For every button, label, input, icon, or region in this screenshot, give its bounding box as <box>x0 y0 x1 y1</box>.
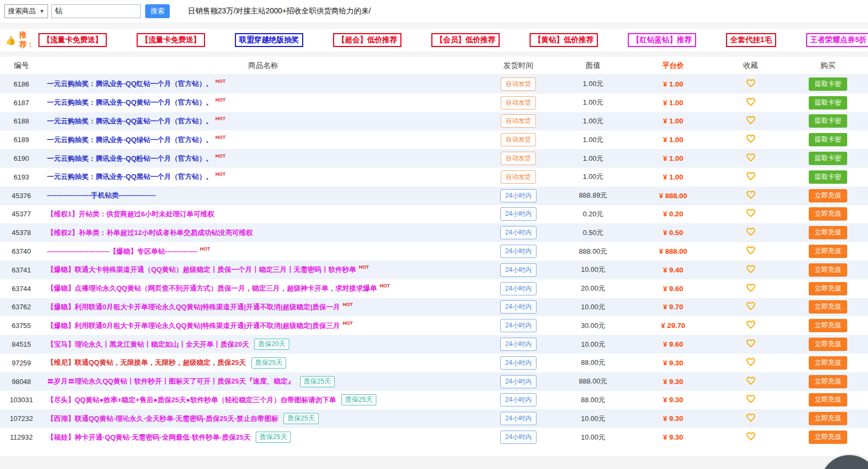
recommend-link[interactable]: 【流量卡免费送】 <box>38 33 107 47</box>
buy-button[interactable]: 立即充值 <box>809 431 847 444</box>
buy-button[interactable]: 提取卡密 <box>809 152 847 165</box>
favorite-heart-icon[interactable] <box>746 79 756 88</box>
recommend-link[interactable]: 【超会】低价推荐 <box>333 33 401 47</box>
product-name-link[interactable]: ---------------------------【爆稳】专区单钻-----… <box>47 247 198 256</box>
buy-button[interactable]: 立即充值 <box>809 393 847 407</box>
product-name-cell: 【爆稳】利用联通0月租大卡开单理论永久QQ黄钻|特殊渠道开通|开通不取消|超级稳… <box>43 302 484 312</box>
buy-button[interactable]: 立即充值 <box>809 356 847 370</box>
face-value: 1.00元 <box>553 79 633 89</box>
delivery-time-badge: 24小时内 <box>500 375 536 388</box>
favorite-heart-icon[interactable] <box>746 320 756 330</box>
favorite-heart-icon[interactable] <box>746 264 756 274</box>
search-button[interactable]: 搜索 <box>145 4 170 18</box>
delivery-time-badge: 自动发货 <box>501 133 536 146</box>
buy-button[interactable]: 提取卡密 <box>809 133 847 146</box>
recommend-link[interactable]: 王者荣耀点券5折 <box>806 33 868 47</box>
recommend-link[interactable]: 【红钻蓝钻】推荐 <box>628 33 696 47</box>
favorite-heart-icon[interactable] <box>746 227 756 237</box>
recommend-label: 推荐： <box>19 30 34 50</box>
face-value: 10.00元 <box>553 302 633 312</box>
buy-button[interactable]: 提取卡密 <box>809 170 847 184</box>
product-name-link[interactable]: 【爆稳】点播理论永久QQ黄钻（网页查不到开通方式）质保一月，稳定三月，超级神卡开… <box>47 284 377 293</box>
product-name-link[interactable]: 【维权2】补单类：补单超过12小时或者补单交易成功钻没亮可维权 <box>47 228 253 238</box>
platform-price: ¥ 0.20 <box>633 210 713 218</box>
favorite-heart-icon[interactable] <box>746 394 756 404</box>
floating-widget[interactable] <box>820 455 868 469</box>
search-input[interactable] <box>51 4 141 18</box>
buy-button[interactable]: 立即充值 <box>809 263 847 277</box>
buy-button[interactable]: 立即充值 <box>809 412 847 425</box>
face-value: 888.00元 <box>553 247 633 256</box>
recommend-link[interactable]: 联盟穿越绝版抽奖 <box>235 33 303 47</box>
recommend-link[interactable]: 全套代挂1毛 <box>726 33 776 47</box>
product-name-link[interactable]: 【尽头】QQ黄钻●效率+稳定+售后●质保25天●软件秒单（轻松稳定三个月）自带图… <box>47 395 336 405</box>
favorite-heart-icon[interactable] <box>746 115 756 125</box>
table-row: 6188一元云购抽奖：腾讯业务-QQ蓝钻一个月（官方钻）。HOT自动发货1.00… <box>0 112 868 131</box>
favorite-heart-icon[interactable] <box>746 208 756 218</box>
favorite-cell <box>713 264 788 276</box>
product-name-link[interactable]: 一元云购抽奖：腾讯业务-QQ黄钻一个月（官方钻）。 <box>47 98 213 107</box>
product-name-link[interactable]: 【福娃】神卡开通·QQ黄钻·无需密码·全网最低·软件秒单·质保25天 <box>47 433 250 442</box>
favorite-heart-icon[interactable] <box>746 171 756 181</box>
favorite-heart-icon[interactable] <box>746 246 756 255</box>
favorite-heart-icon[interactable] <box>746 357 756 367</box>
buy-button[interactable]: 立即充值 <box>809 338 847 351</box>
warranty-badge: 质保20天 <box>254 339 289 350</box>
buy-button[interactable]: 提取卡密 <box>809 77 847 91</box>
buy-button[interactable]: 提取卡密 <box>809 96 847 110</box>
product-name-link[interactable]: 〓岁月〓理论永久QQ黄钻丨软件秒开丨图标灭了可开丨质保25天『速度、稳定』 <box>47 377 295 386</box>
delivery-cell: 24小时内 <box>484 338 553 351</box>
favorite-heart-icon[interactable] <box>746 376 756 386</box>
product-name-link[interactable]: 【维权1】开钻类：供货商超过6小时未处理订单可维权 <box>47 209 214 219</box>
favorite-heart-icon[interactable] <box>746 190 756 200</box>
favorite-heart-icon[interactable] <box>746 301 756 311</box>
table-row: 45377【维权1】开钻类：供货商超过6小时未处理订单可维权24小时内0.20元… <box>0 205 868 224</box>
favorite-heart-icon[interactable] <box>746 97 756 107</box>
favorite-heart-icon[interactable] <box>746 134 756 144</box>
favorite-heart-icon[interactable] <box>746 153 756 162</box>
recommend-link[interactable]: 【流量卡免费送】 <box>137 33 205 47</box>
product-name-link[interactable]: 一元云购抽奖：腾讯业务-QQ绿钻一个月（官方钻）。 <box>47 135 213 145</box>
delivery-cell: 24小时内 <box>484 375 553 388</box>
favorite-cell <box>713 394 788 405</box>
product-name-link[interactable]: 【维尼】联通QQ黄钻，无限接单，无限秒，超级稳定，质保25天 <box>47 358 246 368</box>
product-name-link[interactable]: 【爆稳】利用联通0月租大卡开单理论永久QQ黄钻|特殊渠道开通|开通不取消|超级稳… <box>47 302 340 312</box>
favorite-heart-icon[interactable] <box>746 432 756 441</box>
hot-badge: HOT <box>343 321 353 326</box>
search-category-select[interactable]: 搜索商品 ▼ <box>4 4 48 18</box>
buy-cell: 立即充值 <box>788 263 868 277</box>
favorite-heart-icon[interactable] <box>746 339 756 348</box>
hot-badge: HOT <box>216 171 226 177</box>
product-name-link[interactable]: 一元云购抽奖：腾讯业务-QQ黑钻一个月（官方钻）。 <box>47 172 213 182</box>
product-name-link[interactable]: 【西湖】联通QQ黄钻-理论永久-全天秒单-无需密码-质保25天-禁止自带图标 <box>47 414 278 424</box>
favorite-heart-icon[interactable] <box>746 413 756 423</box>
buy-button[interactable]: 立即充值 <box>809 319 847 332</box>
recommend-link[interactable]: 【黄钻】低价推荐 <box>530 33 598 47</box>
column-header: 编号 <box>0 61 43 71</box>
product-name-link[interactable]: 【爆稳】联通大卡特殊渠道开通（QQ黄钻）超级稳定丨质保一个月丨稳定三月丨无需密码… <box>47 265 356 275</box>
delivery-time-badge: 自动发货 <box>501 170 536 184</box>
recommend-link[interactable]: 【会员】低价推荐 <box>431 33 500 47</box>
buy-button[interactable]: 立即充值 <box>809 207 847 221</box>
buy-button[interactable]: 立即充值 <box>809 282 847 295</box>
buy-button[interactable]: 立即充值 <box>809 226 847 239</box>
product-name-link[interactable]: 【爆稳】利用联通0月租大卡开单理论永久QQ黄钻|特殊渠道开通|开通不取消|超级稳… <box>47 321 340 331</box>
favorite-cell <box>713 339 788 350</box>
product-name-link[interactable]: 一元云购抽奖：腾讯业务-QQ蓝钻一个月（官方钻）。 <box>47 116 213 126</box>
buy-button[interactable]: 立即充值 <box>809 189 847 202</box>
buy-button[interactable]: 立即充值 <box>809 300 847 314</box>
table-row: 6190一元云购抽奖：腾讯业务-QQ粉钻一个月（官方钻）。HOT自动发货1.00… <box>0 149 868 168</box>
favorite-cell <box>713 227 788 238</box>
product-name-link[interactable]: -------------------手机钻类---------------- <box>47 191 156 200</box>
product-name-link[interactable]: 【宝马】理论永久丨黑龙江黄钻丨稳定如山丨全天开单丨质保20天 <box>47 340 249 349</box>
hot-badge: HOT <box>216 116 226 121</box>
favorite-heart-icon[interactable] <box>746 283 756 293</box>
product-name-cell: 【西湖】联通QQ黄钻-理论永久-全天秒单-无需密码-质保25天-禁止自带图标质保… <box>43 413 484 424</box>
delivery-time-badge: 24小时内 <box>500 393 536 407</box>
product-name-link[interactable]: 一元云购抽奖：腾讯业务-QQ红钻一个月（官方钻）。 <box>47 79 213 89</box>
buy-button[interactable]: 立即充值 <box>809 375 847 388</box>
buy-button[interactable]: 提取卡密 <box>809 114 847 128</box>
product-name-link[interactable]: 一元云购抽奖：腾讯业务-QQ粉钻一个月（官方钻）。 <box>47 154 213 163</box>
buy-button[interactable]: 立即充值 <box>809 245 847 258</box>
delivery-cell: 24小时内 <box>484 356 553 370</box>
